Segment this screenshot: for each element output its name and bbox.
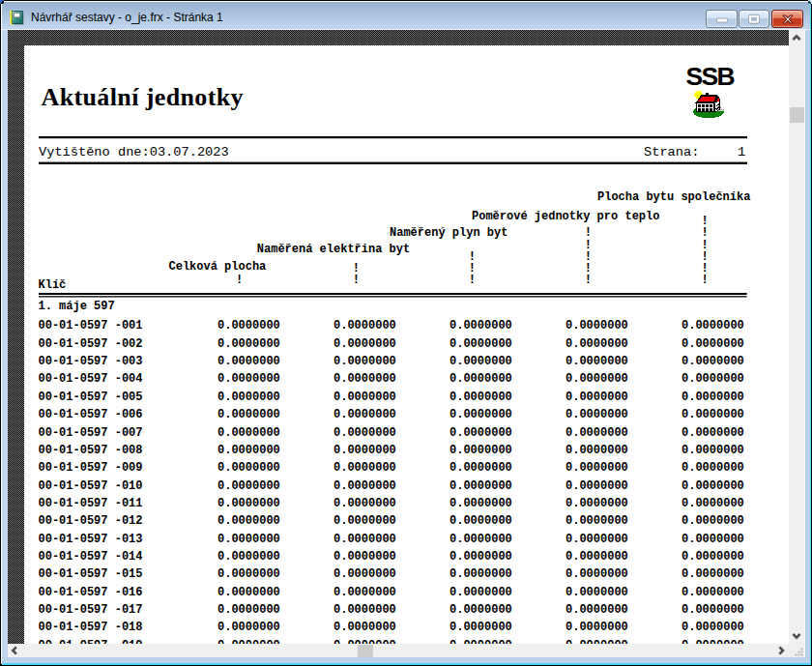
svg-text:0.0000000: 0.0000000: [566, 586, 628, 599]
svg-text:0.0000000: 0.0000000: [450, 621, 512, 634]
svg-text:00-01-0597 -012: 00-01-0597 -012: [39, 514, 143, 528]
svg-text:0.0000000: 0.0000000: [450, 355, 512, 368]
svg-text:00-01-0597 -009: 00-01-0597 -009: [39, 461, 143, 475]
svg-text:0.0000000: 0.0000000: [334, 514, 396, 528]
svg-text:00-01-0597 -008: 00-01-0597 -008: [39, 444, 143, 457]
svg-text:0.0000000: 0.0000000: [566, 444, 628, 457]
svg-text:!: !: [236, 274, 243, 287]
svg-text:00-01-0597 -007: 00-01-0597 -007: [39, 426, 143, 440]
svg-text:0.0000000: 0.0000000: [566, 426, 628, 440]
svg-text:0.0000000: 0.0000000: [450, 372, 512, 386]
svg-text:0.0000000: 0.0000000: [218, 514, 280, 528]
svg-text:0.0000000: 0.0000000: [334, 444, 396, 457]
svg-text:0.0000000: 0.0000000: [682, 514, 744, 528]
svg-text:1. máje 597: 1. máje 597: [39, 300, 115, 313]
svg-text:Poměrové jednotky pro teplo: Poměrové jednotky pro teplo: [472, 210, 659, 223]
svg-text:0.0000000: 0.0000000: [682, 444, 744, 457]
svg-text:0.0000000: 0.0000000: [450, 479, 512, 493]
svg-text:00-01-0597 -016: 00-01-0597 -016: [39, 586, 143, 599]
svg-text:00-01-0597 -018: 00-01-0597 -018: [39, 621, 143, 634]
svg-text:0.0000000: 0.0000000: [334, 586, 396, 599]
svg-text:Klíč: Klíč: [39, 278, 67, 292]
svg-text:!: !: [701, 274, 708, 287]
svg-text:0.0000000: 0.0000000: [566, 514, 628, 528]
svg-text:0.0000000: 0.0000000: [682, 479, 744, 493]
svg-text:1: 1: [738, 145, 745, 159]
svg-text:00-01-0597 -010: 00-01-0597 -010: [39, 479, 143, 493]
svg-text:0.0000000: 0.0000000: [450, 426, 512, 440]
svg-text:0.0000000: 0.0000000: [682, 586, 744, 599]
svg-text:0.0000000: 0.0000000: [450, 567, 512, 581]
svg-text:0.0000000: 0.0000000: [334, 567, 396, 581]
svg-text:0.0000000: 0.0000000: [218, 603, 280, 617]
svg-text:0.0000000: 0.0000000: [450, 444, 512, 457]
svg-text:0.0000000: 0.0000000: [218, 319, 280, 333]
svg-text:0.0000000: 0.0000000: [682, 319, 744, 333]
svg-text:Strana:: Strana:: [644, 145, 699, 159]
svg-text:!: !: [469, 274, 476, 287]
svg-text:0.0000000: 0.0000000: [334, 497, 396, 510]
svg-text:0.0000000: 0.0000000: [682, 337, 744, 351]
svg-text:00-01-0597 -001: 00-01-0597 -001: [39, 319, 143, 333]
svg-text:0.0000000: 0.0000000: [334, 550, 396, 564]
svg-text:0.0000000: 0.0000000: [682, 533, 744, 546]
svg-text:0.0000000: 0.0000000: [566, 372, 628, 386]
svg-text:0.0000000: 0.0000000: [334, 603, 396, 617]
svg-text:0.0000000: 0.0000000: [218, 533, 280, 546]
svg-text:00-01-0597 -004: 00-01-0597 -004: [39, 372, 143, 386]
svg-text:0.0000000: 0.0000000: [566, 319, 628, 333]
svg-text:00-01-0597 -003: 00-01-0597 -003: [39, 355, 143, 368]
svg-text:0.0000000: 0.0000000: [218, 337, 280, 351]
svg-text:0.0000000: 0.0000000: [218, 408, 280, 421]
svg-text:0.0000000: 0.0000000: [218, 479, 280, 493]
svg-text:0.0000000: 0.0000000: [334, 337, 396, 351]
svg-text:0.0000000: 0.0000000: [334, 621, 396, 634]
svg-text:00-01-0597 -002: 00-01-0597 -002: [39, 337, 143, 351]
svg-text:0.0000000: 0.0000000: [682, 355, 744, 368]
svg-text:0.0000000: 0.0000000: [566, 621, 628, 634]
svg-text:0.0000000: 0.0000000: [566, 408, 628, 421]
svg-text:0.0000000: 0.0000000: [566, 337, 628, 351]
svg-text:0.0000000: 0.0000000: [334, 461, 396, 475]
svg-text:0.0000000: 0.0000000: [682, 426, 744, 440]
svg-text:0.0000000: 0.0000000: [218, 497, 280, 510]
svg-text:0.0000000: 0.0000000: [334, 479, 396, 493]
svg-text:0.0000000: 0.0000000: [450, 533, 512, 546]
svg-text:Naměřený plyn byt: Naměřený plyn byt: [390, 226, 508, 240]
svg-text:0.0000000: 0.0000000: [218, 444, 280, 457]
svg-text:0.0000000: 0.0000000: [566, 567, 628, 581]
svg-text:00-01-0597 -015: 00-01-0597 -015: [39, 567, 143, 581]
svg-text:0.0000000: 0.0000000: [682, 567, 744, 581]
svg-text:0.0000000: 0.0000000: [218, 372, 280, 386]
svg-text:0.0000000: 0.0000000: [566, 479, 628, 493]
svg-text:0.0000000: 0.0000000: [566, 461, 628, 475]
svg-text:0.0000000: 0.0000000: [566, 497, 628, 510]
svg-text:0.0000000: 0.0000000: [566, 533, 628, 546]
svg-text:0.0000000: 0.0000000: [450, 337, 512, 351]
svg-text:!: !: [585, 274, 592, 287]
svg-text:0.0000000: 0.0000000: [682, 497, 744, 510]
svg-text:0.0000000: 0.0000000: [682, 391, 744, 404]
svg-text:00-01-0597 -017: 00-01-0597 -017: [39, 603, 143, 617]
svg-text:0.0000000: 0.0000000: [682, 603, 744, 617]
svg-text:0.0000000: 0.0000000: [682, 550, 744, 564]
svg-text:0.0000000: 0.0000000: [334, 426, 396, 440]
svg-text:0.0000000: 0.0000000: [334, 408, 396, 421]
svg-text:0.0000000: 0.0000000: [334, 372, 396, 386]
svg-text:0.0000000: 0.0000000: [334, 319, 396, 333]
svg-text:0.0000000: 0.0000000: [450, 391, 512, 404]
svg-text:0.0000000: 0.0000000: [450, 514, 512, 528]
svg-text:0.0000000: 0.0000000: [334, 355, 396, 368]
svg-text:00-01-0597 -011: 00-01-0597 -011: [39, 497, 143, 510]
svg-text:0.0000000: 0.0000000: [334, 391, 396, 404]
svg-text:0.0000000: 0.0000000: [218, 426, 280, 440]
svg-text:0.0000000: 0.0000000: [450, 603, 512, 617]
svg-text:Celková plocha: Celková plocha: [169, 260, 267, 274]
svg-text:0.0000000: 0.0000000: [450, 497, 512, 510]
svg-text:0.0000000: 0.0000000: [450, 461, 512, 475]
svg-text:0.0000000: 0.0000000: [450, 586, 512, 599]
svg-text:0.0000000: 0.0000000: [566, 550, 628, 564]
svg-text:00-01-0597 -005: 00-01-0597 -005: [39, 391, 143, 404]
svg-text:SSB: SSB: [686, 62, 735, 91]
svg-text:Plocha bytu společníka: Plocha bytu společníka: [597, 190, 750, 204]
